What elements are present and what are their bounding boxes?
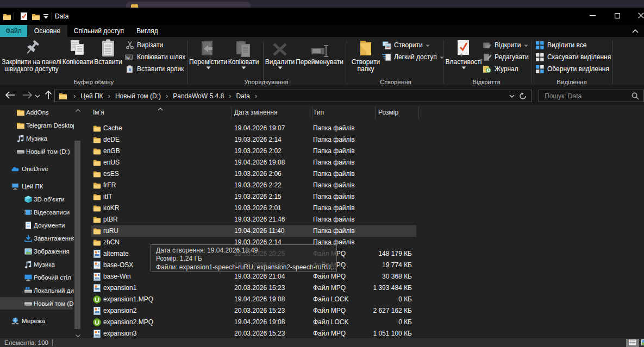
sidebar-item-документи[interactable]: Документи xyxy=(0,219,74,232)
sidebar-scrollbar-thumb[interactable] xyxy=(74,141,80,329)
paste-button[interactable]: Вставити xyxy=(95,38,122,66)
history-button[interactable]: Журнал xyxy=(483,63,529,75)
breadcrumb-chevron-icon: › xyxy=(162,90,172,102)
qat-properties-icon[interactable] xyxy=(20,12,28,22)
delete-button[interactable]: Видалити xyxy=(265,38,295,71)
file-row-ptbr[interactable]: ptBR19.03.2026 21:46Папка файлів xyxy=(83,214,644,225)
sidebar-item-цей-пк[interactable]: Цей ПК xyxy=(0,180,74,193)
copy-path-button[interactable]: W..Копіювати шлях xyxy=(125,51,185,63)
file-row-expansion2[interactable]: expansion220.03.2026 15:23Файл MPQ2 627 … xyxy=(83,305,644,317)
file-row-engb[interactable]: enGB19.03.2026 2:02Папка файлів xyxy=(83,146,644,157)
cut-button[interactable]: Вирізати xyxy=(125,39,185,51)
folder-icon xyxy=(16,108,25,117)
breadcrumb-this-pc[interactable]: Цей ПК xyxy=(79,92,104,100)
move-to-button[interactable]: Перемістити xyxy=(190,38,226,71)
caretdim-icon xyxy=(524,41,528,49)
maximize-button[interactable] xyxy=(605,8,630,25)
file-row-base-win[interactable]: base-Win19.03.2026 21:04Файл MPQ30 368 К… xyxy=(83,271,644,282)
address-dropdown-icon[interactable] xyxy=(506,94,518,98)
folder-icon xyxy=(93,147,101,155)
rename-button[interactable]: Перейменувати xyxy=(295,38,345,66)
scroll-down-icon[interactable] xyxy=(73,331,82,339)
column-separator[interactable] xyxy=(312,106,312,119)
scroll-up-icon[interactable] xyxy=(73,106,82,113)
file-name: frFR xyxy=(103,180,116,191)
file-row-ruru[interactable]: ruRU19.04.2026 11:40Папка файлів xyxy=(83,225,644,237)
select-none-button[interactable]: Скасувати виділення xyxy=(535,51,611,63)
column-header-date[interactable]: Дата змінення xyxy=(234,105,277,121)
file-row-dede[interactable]: deDE19.03.2026 2:14Папка файлів xyxy=(83,134,644,146)
sidebar-item-новый-том-d-[interactable]: Новый том (D:) xyxy=(0,297,74,310)
tab-file[interactable]: Файл xyxy=(0,25,27,37)
copy-button[interactable]: Копіювати xyxy=(61,38,95,66)
sidebar-item-мережа[interactable]: Мережа xyxy=(0,314,74,327)
sidebar-item-telegram-desktop[interactable]: Telegram Desktop xyxy=(0,119,74,132)
file-row-expansion1.mpq[interactable]: expansion1.MPQ19.04.2026 19:08Файл LOCK0… xyxy=(83,294,644,305)
sidebar-item-музика[interactable]: Музика xyxy=(0,258,74,271)
new-folder-button[interactable]: Створитипапку xyxy=(350,38,382,73)
new-item-button[interactable]: Створити xyxy=(382,39,444,51)
sidebar-item-addons[interactable]: AddOns xyxy=(0,106,74,119)
refresh-icon[interactable] xyxy=(518,92,531,100)
sidebar-item-локальний-диск-c-[interactable]: Локальний диск (C:) xyxy=(0,284,74,297)
file-size: 19 774 КБ xyxy=(353,260,412,271)
minimize-button[interactable] xyxy=(580,8,605,25)
breadcrumb-drive-d[interactable]: Новый том (D:) xyxy=(114,92,162,100)
viewthumb-icon xyxy=(641,339,644,347)
sidebar-item-3d-об-єкти[interactable]: 3D-об’єкти xyxy=(0,193,74,206)
pin-to-quick-access-button[interactable]: Закріпити на панелішвидкого доступу xyxy=(3,38,60,73)
file-row-cache[interactable]: Cache19.04.2026 19:07Папка файлів xyxy=(83,123,644,134)
file-row-eses[interactable]: esES19.03.2026 2:06Папка файлів xyxy=(83,168,644,180)
details-view-button[interactable] xyxy=(626,339,639,347)
column-separator[interactable] xyxy=(418,106,419,119)
breadcrumb-pandawow[interactable]: PandaWoW 5.4.8 xyxy=(172,92,225,100)
collapse-ribbon-button[interactable] xyxy=(629,26,641,36)
column-separator[interactable] xyxy=(231,106,232,119)
sidebar-item-новый-том-d-[interactable]: Новый том (D:) xyxy=(0,145,74,158)
file-row-itit[interactable]: itIT19.03.2026 2:15Папка файлів xyxy=(83,191,644,203)
file-row-kokr[interactable]: koKR19.03.2026 2:01Папка файлів xyxy=(83,203,644,214)
tab-home[interactable]: Основне xyxy=(27,25,67,37)
properties-button[interactable]: Властивості xyxy=(447,38,480,71)
edit-button[interactable]: Редагувати xyxy=(483,51,529,63)
back-button[interactable] xyxy=(2,86,17,105)
thumbnails-view-button[interactable] xyxy=(641,339,644,347)
tab-share[interactable]: Спільний доступ xyxy=(67,25,130,37)
copy-to-button[interactable]: Копіювати xyxy=(227,38,260,71)
file-name: expansion1.MPQ xyxy=(103,294,153,305)
tooltip-size: Розмір: 1,24 ГБ xyxy=(156,255,336,263)
sidebar-scrollbar[interactable] xyxy=(73,105,82,338)
sidebar-item-завантаження[interactable]: Завантаження xyxy=(0,232,74,245)
recent-locations-button[interactable] xyxy=(33,86,42,105)
sidebar-item-музика[interactable]: Музика xyxy=(0,132,74,145)
file-date: 19.03.2026 2:22 xyxy=(234,180,282,191)
file-row-expansion2.mpq[interactable]: expansion2.MPQ19.04.2026 19:08Файл LOCK0… xyxy=(83,317,644,328)
up-button[interactable] xyxy=(42,86,54,105)
file-row-enus[interactable]: enUS19.04.2026 19:08Папка файлів xyxy=(83,157,644,168)
column-separator[interactable] xyxy=(375,106,376,119)
qat-customize-icon[interactable] xyxy=(43,14,49,21)
breadcrumb-data[interactable]: Data xyxy=(235,92,251,100)
file-row-expansion3[interactable]: expansion320.03.2026 15:23Файл MPQ1 051 … xyxy=(83,328,644,339)
forward-button[interactable] xyxy=(20,86,35,105)
sidebar-item-onedrive[interactable]: OneDrive xyxy=(0,162,74,175)
file-row-frfr[interactable]: frFR19.03.2026 2:22Папка файлів xyxy=(83,180,644,191)
open-button[interactable]: Відкрити xyxy=(483,39,529,51)
search-box[interactable]: Пошук: Data xyxy=(539,90,644,102)
close-button[interactable] xyxy=(638,8,644,25)
invert-selection-button[interactable]: Обернути виділення xyxy=(535,63,611,75)
easy-access-button[interactable]: Легкий доступ xyxy=(382,51,444,63)
sidebar-item-робочий-стіл[interactable]: Робочий стіл xyxy=(0,271,74,284)
paste-shortcut-button[interactable]: Вставити ярлик xyxy=(125,63,185,75)
tab-view[interactable]: Вигляд xyxy=(130,25,164,37)
column-header-name[interactable]: Ім’я xyxy=(93,105,104,121)
breadcrumb-bar[interactable]: › Цей ПК › Новый том (D:) › PandaWoW 5.4… xyxy=(54,90,532,102)
sidebar-item-зображення[interactable]: Зображення xyxy=(0,245,74,258)
sidebar-item-відеозаписи[interactable]: Відеозаписи xyxy=(0,206,74,219)
file-row-expansion1[interactable]: expansion120.03.2026 15:23Файл MPQ1 393 … xyxy=(83,282,644,294)
file-name: expansion3 xyxy=(103,328,136,339)
select-all-button[interactable]: Виділити все xyxy=(535,39,611,51)
column-header-size[interactable]: Розмір xyxy=(378,105,398,121)
qat-new-folder-icon[interactable] xyxy=(32,12,40,23)
column-header-type[interactable]: Тип xyxy=(313,105,324,121)
